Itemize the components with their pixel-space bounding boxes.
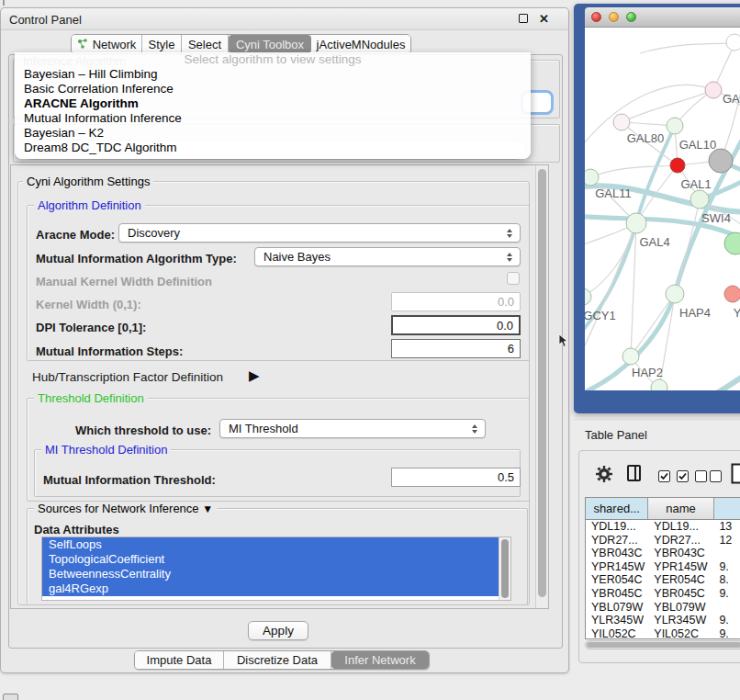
dropdown-item[interactable]: Dream8 DC_TDC Algorithm xyxy=(15,141,531,155)
kernel-width-value: 0.0 xyxy=(498,295,514,309)
kernel-width-input[interactable]: 0.0 xyxy=(391,292,521,311)
apply-button[interactable]: Apply xyxy=(248,621,308,640)
aracne-mode-combo[interactable]: Discovery xyxy=(118,223,521,243)
dropdown-item[interactable]: Bayesian – Hill Climbing xyxy=(15,67,531,82)
select-all-checks-icon[interactable] xyxy=(658,469,689,486)
table-row[interactable]: YDL19... YDL19... 13 xyxy=(586,520,740,534)
manual-kernel-checkbox[interactable] xyxy=(507,272,520,285)
table-row[interactable]: YPR145W YPR145W 9. xyxy=(586,560,740,574)
table-row[interactable]: YLR345W YLR345W 9. xyxy=(586,614,740,627)
hub-definition-label[interactable]: Hub/Transcription Factor Definition xyxy=(32,370,223,384)
mi-steps-label: Mutual Information Steps: xyxy=(36,344,183,358)
tab-infer-network[interactable]: Infer Network xyxy=(331,651,429,669)
tab-style[interactable]: Style xyxy=(142,35,182,53)
cell xyxy=(713,601,740,615)
which-threshold-combo[interactable]: MI Threshold xyxy=(219,419,486,438)
tab-jactivemnodules[interactable]: jActiveMNodules xyxy=(311,35,410,53)
hub-expander-arrow-icon[interactable]: ▶ xyxy=(249,367,260,384)
minimized-panel-icon[interactable] xyxy=(3,694,18,700)
list-vertical-scrollbar[interactable] xyxy=(499,537,510,600)
tab-cyni-toolbox[interactable]: Cyni Toolbox xyxy=(229,35,311,53)
apply-button-label: Apply xyxy=(263,624,294,638)
network-view-window: GAL GAL80 GAL10 GAL1 GAL11 SWI4 GAL4 GCY… xyxy=(574,4,740,413)
table-row[interactable]: YBR045C YBR045C 9. xyxy=(586,587,740,601)
settings-vertical-scrollbar[interactable] xyxy=(535,165,548,608)
tab-discretize-data-label: Discretize Data xyxy=(237,653,318,667)
table-row[interactable]: YER054C YER054C 8. xyxy=(586,573,740,587)
column-header-label: shared... xyxy=(593,502,640,515)
tab-select[interactable]: Select xyxy=(182,35,229,53)
algorithm-dropdown-list: Select algorithm to view settings Bayesi… xyxy=(15,52,531,159)
dropdown-item-selected[interactable]: ARACNE Algorithm xyxy=(15,96,531,111)
window-zoom-button[interactable] xyxy=(626,12,636,22)
bottom-tabbar: Impute Data Discretize Data Infer Networ… xyxy=(134,650,430,670)
mouse-cursor xyxy=(558,334,569,349)
node-label: GAL xyxy=(723,92,740,106)
node-gal10 xyxy=(667,118,683,134)
cell: YBR045C xyxy=(586,587,648,601)
network-window-titlebar[interactable] xyxy=(585,7,740,28)
kernel-width-label: Kernel Width (0,1): xyxy=(36,298,141,311)
table-row[interactable]: YBL079W YBL079W xyxy=(586,601,740,615)
column-header-partial[interactable]: A xyxy=(714,498,740,519)
dropdown-item[interactable]: Basic Correlation Inference xyxy=(15,82,531,96)
cell: YDL19... xyxy=(648,520,713,534)
tab-impute-data[interactable]: Impute Data xyxy=(135,651,224,669)
gear-icon[interactable] xyxy=(596,466,612,482)
list-item[interactable]: gal4RGexp xyxy=(42,581,499,596)
node xyxy=(724,286,740,302)
cell: 8. xyxy=(713,573,740,587)
cell: YDR27... xyxy=(586,534,648,548)
control-panel-titlebar: Control Panel ✕ xyxy=(1,8,568,30)
float-panel-icon[interactable] xyxy=(519,14,528,23)
table-row[interactable]: YIL052C YIL052C 9. xyxy=(586,627,740,639)
list-scrollbar-thumb[interactable] xyxy=(501,539,509,598)
data-attributes-list: SelfLoops TopologicalCoefficient Between… xyxy=(41,536,511,601)
network-canvas[interactable]: GAL GAL80 GAL10 GAL1 GAL11 SWI4 GAL4 GCY… xyxy=(585,28,740,390)
mi-threshold-input[interactable]: 0.5 xyxy=(391,468,521,487)
node-gcy1 xyxy=(585,288,591,305)
window-close-button[interactable] xyxy=(591,12,601,22)
node-gal1 xyxy=(670,158,685,173)
dropdown-item[interactable]: Bayesian – K2 xyxy=(15,126,531,141)
dpi-tolerance-input[interactable]: 0.0 xyxy=(391,315,521,335)
panel-title: Control Panel xyxy=(9,13,82,27)
new-file-icon[interactable] xyxy=(731,463,740,484)
stepper-icon xyxy=(502,253,517,262)
list-item[interactable]: BetweennessCentrality xyxy=(42,567,499,581)
dropdown-item[interactable]: Mutual Information Inference xyxy=(15,111,531,126)
close-panel-icon[interactable]: ✕ xyxy=(539,12,549,26)
column-header-shared-name[interactable]: shared... xyxy=(586,498,648,519)
cell: YBR045C xyxy=(648,587,713,601)
cell: 13 xyxy=(713,520,740,534)
column-header-name[interactable]: name xyxy=(648,498,713,519)
aracne-mode-label: Aracne Mode: xyxy=(36,228,115,242)
mi-type-value: Naive Bayes xyxy=(255,250,502,264)
split-columns-icon[interactable] xyxy=(627,465,641,481)
tab-discretize-data[interactable]: Discretize Data xyxy=(224,651,331,669)
table-horizontal-scrollbar[interactable] xyxy=(585,640,740,649)
screen: { "colors": { "selection_blue": "#3b6fd4… xyxy=(0,0,740,700)
mi-steps-input[interactable]: 6 xyxy=(391,339,521,358)
settings-scrollbar-thumb[interactable] xyxy=(538,169,546,597)
window-minimize-button[interactable] xyxy=(609,12,619,22)
tab-network[interactable]: Network xyxy=(72,35,142,53)
table-row[interactable]: YDR27... YDR27... 12 xyxy=(586,534,740,548)
cell: 9. xyxy=(713,614,740,627)
node-label: GCY1 xyxy=(585,309,616,322)
mi-type-label: Mutual Information Algorithm Type: xyxy=(36,252,237,265)
tab-network-label: Network xyxy=(93,38,137,51)
sources-collapse-arrow-icon[interactable]: ▼ xyxy=(202,502,213,515)
list-item[interactable]: SelfLoops xyxy=(42,537,499,552)
table-toolbar xyxy=(579,458,740,490)
table-row[interactable]: YBR043C YBR043C xyxy=(586,547,740,560)
network-graph xyxy=(585,28,740,390)
node-gray xyxy=(709,149,733,173)
table-scrollbar-thumb[interactable] xyxy=(587,642,740,648)
tab-style-label: Style xyxy=(149,38,175,51)
list-item[interactable]: TopologicalCoefficient xyxy=(42,552,499,567)
deselect-all-checks-icon[interactable] xyxy=(695,469,722,486)
column-header-label: name xyxy=(666,502,696,515)
dpi-tolerance-value: 0.0 xyxy=(497,319,513,333)
mi-type-combo[interactable]: Naive Bayes xyxy=(254,247,521,266)
